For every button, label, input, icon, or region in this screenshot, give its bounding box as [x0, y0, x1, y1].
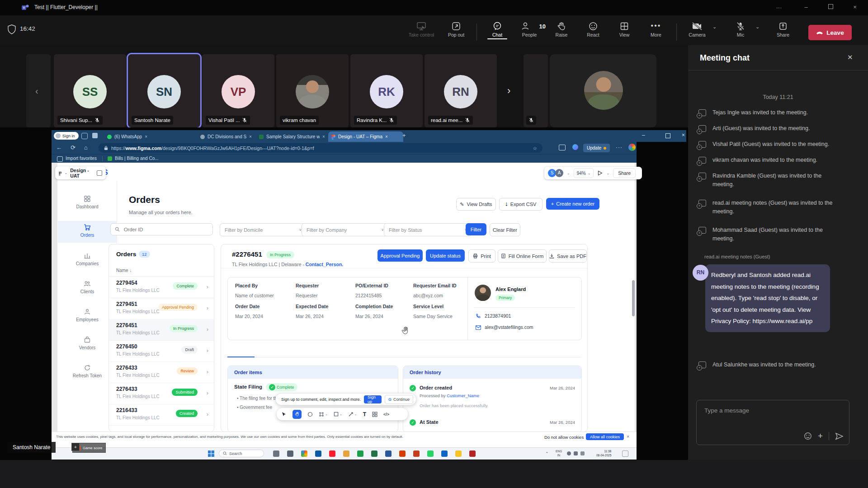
figma-file-pill[interactable]: ⌄ Design - UAT — [55, 166, 106, 179]
sidebar-item-employees[interactable]: Employees — [58, 308, 117, 322]
filter-status-dropdown[interactable]: Filter by Status∨ — [384, 223, 472, 236]
file-menu-chevron-icon[interactable]: ⌄ — [65, 171, 68, 175]
update-status-button[interactable]: Update status — [426, 249, 465, 262]
browser-tab[interactable]: DC Divisions and Surroundings × — [197, 131, 255, 142]
google-continue-button[interactable]: GContinue — [385, 395, 413, 404]
layout-panel-icon[interactable] — [97, 170, 102, 176]
approval-pending-button[interactable]: Approval Pending — [377, 249, 423, 262]
browser-menu-icon[interactable]: ··· — [616, 144, 623, 150]
filter-apply-button[interactable]: Filter — [466, 223, 486, 235]
view-button[interactable]: View — [610, 22, 639, 38]
deny-cookies-button[interactable]: Do not allow cookies — [544, 435, 584, 440]
cursor-tool-icon[interactable] — [281, 412, 287, 417]
contact-email[interactable]: alex@vstatefilings.com — [485, 324, 533, 330]
figma-share-button[interactable]: Share — [613, 168, 636, 178]
workspaces-icon[interactable] — [92, 133, 98, 138]
browser-minimize-icon[interactable]: – — [642, 132, 645, 138]
shape-tool[interactable]: ⌄ — [334, 412, 342, 417]
present-icon[interactable] — [597, 170, 603, 176]
filter-company-dropdown[interactable]: Filter by Company∨ — [302, 223, 389, 236]
favorites-star-icon[interactable]: ☆ — [533, 145, 537, 151]
sidebar-item-orders[interactable]: Orders — [58, 224, 117, 238]
video-tile[interactable]: SS Shivani Sup... — [54, 54, 126, 127]
more-button[interactable]: ••• More — [642, 22, 670, 38]
presenter-pin-icon[interactable]: + — [71, 443, 80, 451]
tab-close-icon[interactable]: × — [145, 134, 147, 139]
contact-phone[interactable]: 2123874901 — [485, 313, 511, 319]
split-screen-icon[interactable] — [559, 145, 566, 150]
chat-close-icon[interactable]: ✕ — [847, 53, 853, 61]
sidebar-item-companies[interactable]: Companies — [58, 252, 117, 266]
maximize-icon[interactable] — [823, 4, 838, 10]
camera-chevron-icon[interactable]: ⌄ — [712, 24, 717, 30]
chat-message-input[interactable] — [703, 407, 842, 414]
browser-tab-active[interactable]: Design - UAT – Figma × — [328, 131, 403, 142]
share-button[interactable]: Share — [769, 22, 797, 38]
browser-tab[interactable]: Sample Salary Structure with calc × — [256, 131, 332, 142]
mic-chevron-icon[interactable]: ⌄ — [755, 24, 760, 30]
video-tile-partial-left[interactable] — [26, 54, 51, 127]
cookie-close-icon[interactable]: × — [627, 434, 629, 439]
allow-cookies-button[interactable]: Allow all cookies — [586, 433, 624, 440]
avatars-chevron-icon[interactable]: ⌄ — [567, 171, 570, 175]
frame-tool[interactable]: ⌄ — [319, 412, 328, 417]
mic-button[interactable]: Mic — [726, 22, 755, 38]
update-button[interactable]: Update — [583, 144, 610, 152]
video-tile[interactable]: RK Ravindra K... — [350, 54, 423, 127]
fill-online-form-button[interactable]: Fill Online Form — [498, 249, 547, 263]
browser-tab[interactable]: (6) WhatsApp × — [104, 131, 177, 142]
pop-out-button[interactable]: Pop out — [442, 22, 471, 38]
print-button[interactable]: Print — [468, 249, 495, 263]
code-tool-icon[interactable]: </> — [383, 412, 389, 417]
browser-avatar[interactable] — [628, 144, 636, 151]
order-row[interactable]: 2279451TL Flex Holdings LLC Approval Pen… — [109, 298, 214, 319]
collaborator-avatar[interactable]: A — [555, 169, 563, 177]
filter-domicile-dropdown[interactable]: Filter by Domicile∨ — [220, 223, 307, 236]
new-tab-icon[interactable]: + — [402, 132, 406, 139]
people-button[interactable]: 10 People — [513, 22, 546, 38]
video-tile[interactable]: VP Vishal Patil ... — [202, 54, 274, 127]
sidebar-item-vendors[interactable]: Vendors — [58, 336, 117, 350]
comment-tool-icon[interactable] — [307, 412, 313, 417]
save-as-pdf-button[interactable]: Save as PDF — [549, 249, 587, 263]
zoom-control[interactable]: 94%⌄ — [574, 168, 594, 178]
react-button[interactable]: React — [579, 22, 608, 38]
tab-search-icon[interactable] — [81, 133, 88, 139]
chat-button[interactable]: Chat — [483, 22, 512, 39]
leave-button[interactable]: Leave — [808, 25, 852, 40]
order-row[interactable]: 2276433TL Flex Holdings LLC Review› — [109, 361, 214, 383]
hand-tool-icon[interactable] — [292, 410, 302, 419]
emoji-icon[interactable] — [804, 432, 812, 440]
bookmark-item[interactable]: Import favorites — [66, 156, 97, 161]
browser-close-icon[interactable]: × — [682, 132, 685, 138]
present-chevron-icon[interactable]: ⌄ — [606, 171, 609, 175]
browser-maximize-icon[interactable] — [665, 133, 670, 138]
customer-link[interactable]: Customer_Name — [447, 393, 479, 398]
back-icon[interactable]: ← — [56, 144, 62, 151]
raise-button[interactable]: Raise — [547, 22, 576, 38]
contact-person-link[interactable]: Contact_Person. — [306, 262, 343, 267]
sidebar-item-refresh-token[interactable]: Refresh Token — [58, 364, 117, 378]
video-tile[interactable]: RN read.ai mee... — [425, 54, 497, 127]
signup-button[interactable]: Sign up — [364, 395, 382, 404]
order-row[interactable]: 2216433TL Flex Holdings LLC Created› — [109, 404, 214, 426]
attach-plus-icon[interactable]: + — [818, 432, 823, 440]
video-tile-active[interactable]: SN Santosh Narate — [128, 54, 200, 127]
home-icon[interactable]: ⌂ — [84, 144, 88, 151]
copilot-icon[interactable] — [572, 144, 578, 150]
bookmark-item[interactable]: Bills | Billing and Co... — [115, 156, 159, 161]
video-tile-spotlight[interactable] — [550, 54, 656, 127]
tab-close-icon[interactable]: × — [322, 134, 325, 139]
scrollbar[interactable] — [632, 280, 635, 316]
window-more-icon[interactable]: ··· — [771, 4, 787, 11]
sidebar-item-clients[interactable]: Clients — [58, 280, 117, 294]
browser-profile-chip[interactable]: Sign in — [54, 132, 79, 140]
strip-right-chevron-icon[interactable]: › — [507, 85, 510, 97]
video-tile[interactable]: vikram chavan — [276, 54, 349, 127]
tab-close-icon[interactable]: × — [385, 134, 388, 139]
strip-left-chevron-icon[interactable]: ‹ — [35, 86, 38, 96]
tab-close-icon[interactable]: × — [249, 134, 252, 139]
connector-tool[interactable]: ⌄ — [348, 412, 357, 417]
chat-input-box[interactable]: + — [696, 400, 849, 445]
text-tool-icon[interactable]: T — [363, 411, 366, 418]
